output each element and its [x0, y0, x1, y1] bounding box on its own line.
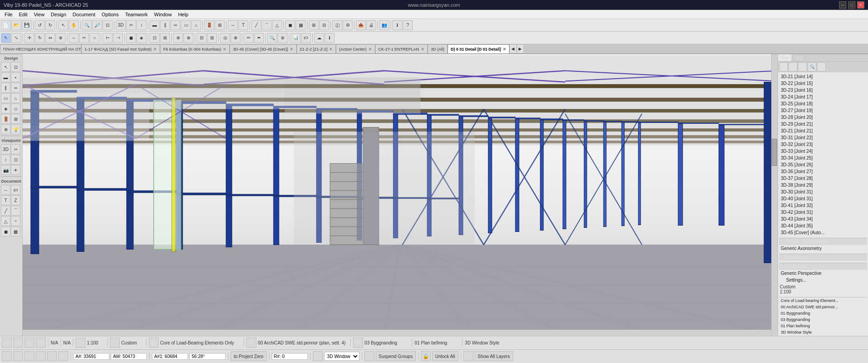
main-viewport[interactable]	[23, 54, 778, 336]
rp-item-10[interactable]: 3D-31 [Joint 22]	[779, 134, 867, 141]
tb2-rotate[interactable]: ↻	[35, 33, 45, 43]
tb-save[interactable]: 💾	[22, 20, 32, 30]
sb-nav-next[interactable]: ▶	[24, 338, 34, 348]
rp-layer-3[interactable]: 01 Byggnanding	[779, 310, 867, 316]
tab-close-6[interactable]: ✕	[368, 47, 372, 52]
rp-item-15[interactable]: 3D-36 [Joint 27]	[779, 168, 867, 175]
scrollbar-v-thumb[interactable]	[772, 139, 777, 166]
tb-help[interactable]: ?	[403, 20, 413, 30]
rp-item-22[interactable]: 3D-43 [Joint 34]	[779, 216, 867, 222]
tb2-view1[interactable]: ⊡	[150, 33, 160, 43]
lt-morph-btn[interactable]: ◈	[1, 104, 10, 113]
rp-layer-6[interactable]: 3D Window Style	[779, 329, 867, 335]
tb2-snap2[interactable]: ⊕	[231, 33, 241, 43]
tb2-connect[interactable]: ⊕	[173, 33, 183, 43]
menu-teamwork[interactable]: Teamwork	[123, 11, 151, 18]
rp-generic-perspective[interactable]: Generic Perspective	[779, 270, 867, 277]
rp-layer-2[interactable]: 00 ArchiCAD SWE std.pennor...	[779, 304, 867, 310]
lt-sun-btn[interactable]: ☀	[11, 165, 20, 175]
tb-zoom-out[interactable]: 🔎	[92, 20, 102, 30]
tb2-schedule[interactable]: 📊	[291, 33, 301, 43]
tab-plan[interactable]: ПЛАН НЕСУЩИХ КОНСТРУКЦИЙ НА ОТМ... ✕	[0, 44, 81, 53]
rp-layer-5[interactable]: 01 Plan befining	[779, 323, 867, 329]
lt-lamp-btn[interactable]: 💡	[11, 124, 20, 134]
tb-pan[interactable]: ✋	[69, 20, 79, 30]
tb-3d[interactable]: 3D	[116, 20, 126, 30]
tb-teamwork[interactable]: 👥	[379, 20, 389, 30]
sb-scale-icon[interactable]: ⊡	[75, 338, 85, 348]
sb-bmat-icon[interactable]: ▦	[353, 338, 363, 348]
tb-zoom-in[interactable]: 🔍	[82, 20, 92, 30]
rp-item-11[interactable]: 3D-32 [Joint 23]	[779, 141, 867, 148]
lt-arc-btn[interactable]: ⌒	[11, 206, 20, 216]
tab-close-5[interactable]: ✕	[329, 47, 333, 52]
tb2-pencil[interactable]: ✒	[254, 33, 264, 43]
lt-spline-btn[interactable]: ~	[11, 216, 20, 226]
sb-nav-start[interactable]: ⏮	[2, 338, 12, 348]
rp-sheet-tab[interactable]: □	[788, 62, 797, 71]
sb-nav-prev[interactable]: ◀	[13, 338, 23, 348]
tb-dimension[interactable]: ↔	[228, 20, 238, 30]
rp-item-8[interactable]: 3D-29 [Joint 21]	[779, 121, 867, 127]
tb-arc[interactable]: ⌒	[262, 20, 272, 30]
tab-close-4[interactable]: ✕	[290, 47, 293, 52]
lt-wall-btn[interactable]: ▬	[1, 72, 10, 82]
lt-door-btn[interactable]: 🚪	[1, 114, 10, 124]
sb-play-btn[interactable]: ►	[58, 351, 68, 361]
tb-window[interactable]: ⊞	[215, 20, 225, 30]
tb-settings[interactable]: ⚙	[343, 20, 353, 30]
rp-section-properties-header[interactable]: ▾ Properties	[779, 263, 867, 270]
scrollbar-horizontal[interactable]	[23, 330, 771, 336]
rp-item-9[interactable]: 3D-21 [Joint 21]	[779, 127, 867, 134]
rp-item-12[interactable]: 3D-33 [Joint 24]	[779, 148, 867, 155]
tb2-move[interactable]: ✛	[24, 33, 34, 43]
sb-3dwindow-icon[interactable]: 3D	[313, 351, 323, 361]
close-button[interactable]: ✕	[857, 1, 864, 9]
rp-item-18[interactable]: 3D-30 [Joint 31]	[779, 189, 867, 195]
rp-item-4[interactable]: 3D-24 [Joint 17]	[779, 94, 867, 100]
tab-close-3[interactable]: ✕	[223, 47, 226, 52]
tb2-snap1[interactable]: ◎	[220, 33, 230, 43]
lt-select-btn[interactable]: ↖	[1, 62, 10, 72]
tb-slab[interactable]: ▭	[181, 20, 191, 30]
tab-close-7[interactable]: ✕	[421, 47, 425, 52]
sb-unlock-all-btn[interactable]: Unlock All	[432, 351, 458, 361]
rp-item-6[interactable]: 3D-27 [Joint 19]	[779, 107, 867, 114]
tb-elevation[interactable]: ↕	[137, 20, 146, 30]
tb2-distribute[interactable]: ⊞	[207, 33, 217, 43]
tb-zoom-fit[interactable]: ⊡	[103, 20, 113, 30]
menu-file[interactable]: File	[2, 11, 15, 18]
tb-print[interactable]: 🖨	[366, 20, 376, 30]
tb-beam[interactable]: ═	[170, 20, 180, 30]
rp-item-2[interactable]: 3D-22 [Joint 15]	[779, 80, 867, 87]
tab-3d45[interactable]: 3D-45 (Cover) [3D-45 (Cover)] ✕	[230, 44, 297, 53]
sb-show-all-layers-btn[interactable]: Show All Layers	[475, 351, 513, 361]
tb2-classify[interactable]: ⊛	[278, 33, 288, 43]
rp-item-21[interactable]: 3D-42 [Joint 31]	[779, 209, 867, 216]
tab-z1[interactable]: Z1-Z-2 [Z1-Z-2] ✕	[297, 44, 336, 53]
tb2-find[interactable]: 🔍	[267, 33, 277, 43]
lt-slab-btn[interactable]: ▭	[1, 93, 10, 103]
tb-group[interactable]: ⊞	[309, 20, 319, 30]
tb-column[interactable]: ‖	[160, 20, 170, 30]
lt-interior-btn[interactable]: ⊡	[11, 155, 20, 165]
rp-item-7[interactable]: 3D-28 [Joint 20]	[779, 114, 867, 121]
sb-zoom-in-btn[interactable]: ⊕	[36, 351, 46, 361]
lt-label-btn[interactable]: 🏷	[11, 185, 20, 195]
rp-layer-4[interactable]: 03 Byggnanding	[779, 316, 867, 323]
sb-zoom-out-btn[interactable]: ⊖	[24, 351, 34, 361]
tb2-select[interactable]: ↖	[1, 33, 11, 43]
lt-3dview-btn[interactable]: 3D	[1, 144, 10, 154]
sb-lock-icon[interactable]: 🔓	[421, 351, 431, 361]
lt-curtain-btn[interactable]: ▪	[11, 72, 20, 82]
lt-window-btn[interactable]: ⊞	[11, 114, 20, 124]
rp-tab-navigator[interactable]: Nav	[778, 54, 792, 61]
sb-view-icon[interactable]: ◫	[110, 338, 120, 348]
rp-search-tab[interactable]: 🔍	[807, 62, 816, 71]
tb-pointer[interactable]: ↖	[58, 20, 68, 30]
tb2-stretch[interactable]: ↔	[69, 33, 79, 43]
tb-wall[interactable]: ▬	[150, 20, 160, 30]
lt-fill-btn[interactable]: ◼	[1, 226, 10, 236]
lt-polyline-btn[interactable]: △	[1, 216, 10, 226]
tb-line[interactable]: ╱	[251, 20, 261, 30]
